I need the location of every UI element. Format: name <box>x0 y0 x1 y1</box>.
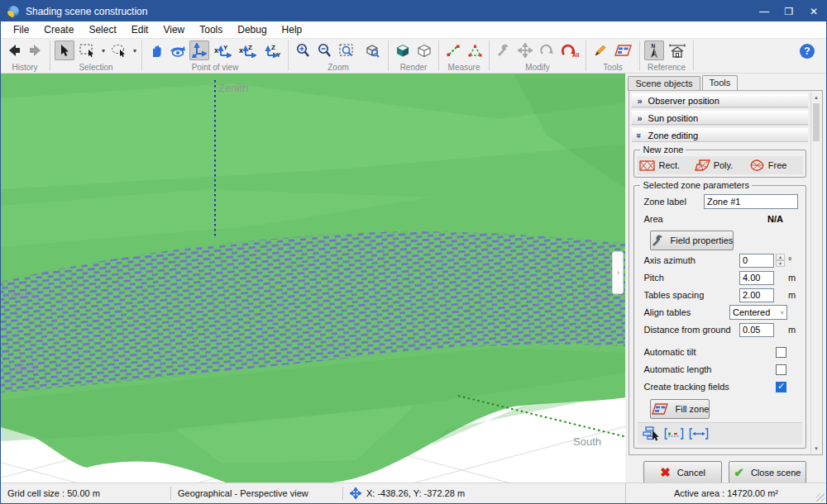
align-tables-dropdown[interactable]: Centered ˅ <box>729 305 787 320</box>
shading-scene-window: Shading scene construction — ❒ ✕ File Cr… <box>0 0 827 504</box>
zone-tool-button[interactable] <box>612 40 635 60</box>
fill-zone-icon <box>651 402 669 416</box>
panel-scrollbar[interactable]: ▲ ▼ <box>810 92 821 454</box>
automatic-tilt-checkbox[interactable] <box>776 347 786 358</box>
close-scene-button[interactable]: ✔ Close scene <box>729 461 806 483</box>
minimize-button[interactable]: — <box>752 1 777 21</box>
zone-label-input[interactable] <box>704 194 798 209</box>
tools-panel: Scene objects Tools » Observer position … <box>625 74 826 483</box>
house-reference-button[interactable] <box>666 40 689 60</box>
menu-file[interactable]: File <box>6 22 36 37</box>
scroll-up-icon[interactable]: ▲ <box>811 92 821 102</box>
rotate-button[interactable] <box>537 40 557 60</box>
section-zone-editing[interactable]: » Zone editing <box>632 128 808 142</box>
modify-wrench-button[interactable] <box>494 40 514 60</box>
orbit-eye-button[interactable] <box>168 40 188 60</box>
automatic-length-checkbox[interactable] <box>776 364 786 375</box>
view-xz-button[interactable]: x Z <box>236 40 259 60</box>
edit-tables-icon[interactable] <box>643 426 659 442</box>
zoom-window-icon <box>339 43 356 58</box>
axis-azimuth-spinner[interactable]: ▲ ▼ <box>776 254 785 267</box>
menu-view[interactable]: View <box>155 22 192 37</box>
tab-scene-objects[interactable]: Scene objects <box>628 76 700 91</box>
svg-text:x: x <box>239 46 243 55</box>
new-zone-free-button[interactable]: Free <box>749 159 801 171</box>
orbit-eye-icon <box>170 44 186 58</box>
pan-hand-button[interactable] <box>146 40 166 60</box>
table-spacing-icon[interactable] <box>689 427 709 440</box>
history-back-button[interactable] <box>4 40 24 60</box>
cancel-button[interactable]: ✖ Cancel <box>643 461 721 483</box>
pointer-select-button[interactable] <box>55 40 74 60</box>
close-button[interactable]: ✕ <box>801 1 826 21</box>
menu-select[interactable]: Select <box>81 22 123 37</box>
menu-debug[interactable]: Debug <box>230 22 274 37</box>
move-button[interactable] <box>515 40 535 60</box>
section-sun-position[interactable]: » Sun position <box>632 111 808 125</box>
create-tracking-fields-checkbox[interactable] <box>776 382 786 392</box>
axis-azimuth-unit: ° <box>788 255 798 265</box>
help-icon[interactable]: ? <box>800 44 815 59</box>
measure-angle-button[interactable] <box>465 40 485 60</box>
fill-zone-button[interactable]: Fill zone <box>650 399 710 419</box>
menu-create[interactable]: Create <box>36 22 81 37</box>
pitch-unit: m <box>788 273 798 283</box>
zone-params-group: Selected zone parameters Zone label Area… <box>633 180 806 449</box>
toolbar-separator <box>438 40 439 71</box>
lasso-select-button[interactable] <box>108 40 131 60</box>
status-view-mode: Geographical - Perspective view <box>171 483 342 503</box>
toolbar-group-label: Measure <box>448 63 480 72</box>
maximize-button[interactable]: ❒ <box>777 1 801 21</box>
new-zone-poly-button[interactable]: Poly. <box>695 159 746 171</box>
svg-text:Z: Z <box>271 44 275 51</box>
menu-edit[interactable]: Edit <box>124 22 156 37</box>
menu-help[interactable]: Help <box>275 22 310 37</box>
scene-viewport[interactable]: Zenith North East West South › <box>1 74 625 483</box>
pencil-tool-button[interactable] <box>590 40 610 60</box>
scene-3d-canvas[interactable]: Zenith North East West South <box>1 74 625 483</box>
toolbar-group-tools: Tools <box>587 39 638 73</box>
status-coords-seg: X: -438.26, Y: -372.28 m <box>343 483 517 503</box>
view-zy-button[interactable]: Z Y <box>261 40 284 60</box>
scrollbar-thumb[interactable] <box>813 103 820 141</box>
render-solid-button[interactable] <box>393 40 413 60</box>
rect-select-button[interactable] <box>76 40 99 60</box>
panel-collapse-handle[interactable]: › <box>612 251 624 294</box>
tables-spacing-input[interactable] <box>739 288 774 302</box>
toolbar-group-label: Tools <box>603 63 622 72</box>
zoom-out-button[interactable] <box>314 40 334 60</box>
history-forward-button[interactable] <box>26 40 45 60</box>
distance-from-ground-label: Distance from ground <box>643 325 739 335</box>
move-icon <box>518 43 533 58</box>
measure-distance-button[interactable] <box>443 40 463 60</box>
axis-azimuth-input[interactable] <box>739 254 774 268</box>
pitch-input[interactable] <box>739 271 774 285</box>
distance-from-ground-input[interactable] <box>739 323 774 337</box>
menu-tools[interactable]: Tools <box>192 22 230 37</box>
toolbar-separator <box>141 40 142 71</box>
tables-spacing-unit: m <box>788 290 798 300</box>
zoom-extents-button[interactable] <box>361 40 384 60</box>
add-remove-table-icon[interactable] <box>664 427 684 440</box>
rect-select-dropdown-arrow[interactable]: ▾ <box>102 47 105 55</box>
compass-north-button[interactable]: N <box>644 40 664 60</box>
tab-tools[interactable]: Tools <box>702 75 739 90</box>
rect-select-icon <box>79 44 96 57</box>
lasso-select-dropdown-arrow[interactable]: ▾ <box>133 47 136 55</box>
panel-tabs: Scene objects Tools <box>625 74 826 90</box>
zoom-window-button[interactable] <box>336 40 359 60</box>
view-xy-button[interactable]: x Y <box>211 40 234 60</box>
section-observer-position[interactable]: » Observer position <box>632 93 808 107</box>
window-title: Shading scene construction <box>26 6 147 17</box>
new-zone-rect-button[interactable]: Rect. <box>639 160 691 171</box>
poly-zone-icon <box>695 159 710 171</box>
render-wireframe-button[interactable] <box>414 40 434 60</box>
zoom-in-button[interactable] <box>293 40 313 60</box>
scroll-down-icon[interactable]: ▼ <box>811 443 821 454</box>
axis-3d-button[interactable] <box>189 40 209 60</box>
resize-grip[interactable] <box>816 493 825 502</box>
field-properties-button[interactable]: Field properties <box>650 231 734 250</box>
status-coords: X: -438.26, Y: -372.28 m <box>366 488 465 498</box>
toolbar-separator <box>288 40 289 71</box>
rotate-all-button[interactable]: All <box>558 40 581 60</box>
